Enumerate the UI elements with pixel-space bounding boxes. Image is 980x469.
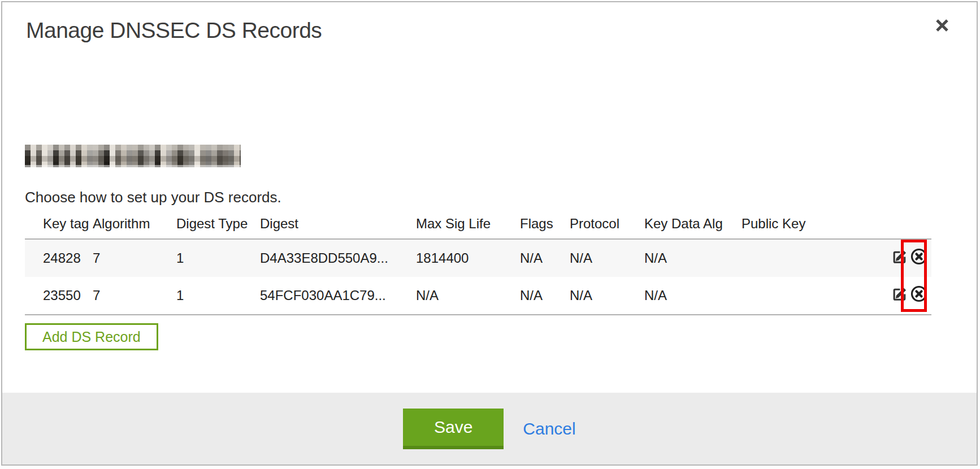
circle-x-delete-icon — [910, 247, 928, 269]
column-header-digest-type: Digest Type — [176, 214, 260, 239]
column-header-key-data-alg: Key Data Alg — [644, 214, 741, 239]
delete-record-button[interactable] — [910, 285, 928, 306]
instruction-text: Choose how to set up your DS records. — [25, 189, 281, 206]
table-row: 23550 7 1 54FCF030AA1C79... N/A N/A N/A … — [25, 277, 931, 315]
cell-key-data-alg: N/A — [644, 239, 741, 277]
table-row: 24828 7 1 D4A33E8DD550A9... 1814400 N/A … — [25, 239, 931, 277]
cell-digest: 54FCF030AA1C79... — [260, 277, 416, 315]
cell-max-sig-life: 1814400 — [416, 239, 520, 277]
circle-x-delete-icon — [910, 285, 928, 306]
column-header-key-tag: Key tag — [25, 214, 93, 239]
column-header-protocol: Protocol — [570, 214, 644, 239]
cell-digest: D4A33E8DD550A9... — [260, 239, 416, 277]
column-header-public-key: Public Key — [741, 214, 881, 239]
table-header-row: Key tag Algorithm Digest Type Digest Max… — [25, 214, 931, 239]
cell-public-key — [741, 239, 881, 277]
cell-protocol: N/A — [570, 239, 644, 277]
save-button[interactable]: Save — [403, 409, 504, 449]
cell-actions — [881, 277, 931, 315]
cell-key-tag: 23550 — [25, 277, 93, 315]
redacted-domain-name — [25, 145, 241, 167]
cell-flags: N/A — [520, 239, 570, 277]
cell-algorithm: 7 — [93, 239, 176, 277]
cell-public-key — [741, 277, 881, 315]
delete-record-button[interactable] — [910, 247, 928, 269]
edit-record-button[interactable] — [891, 285, 909, 306]
column-header-max-sig-life: Max Sig Life — [416, 214, 520, 239]
close-icon — [933, 16, 951, 37]
cell-digest-type: 1 — [176, 239, 260, 277]
cell-max-sig-life: N/A — [416, 277, 520, 315]
edit-pencil-icon — [891, 248, 909, 269]
dialog-title: Manage DNSSEC DS Records — [26, 18, 322, 43]
ds-records-table: Key tag Algorithm Digest Type Digest Max… — [25, 214, 931, 315]
cancel-link[interactable]: Cancel — [523, 419, 575, 438]
cell-algorithm: 7 — [93, 277, 176, 315]
add-ds-record-button[interactable]: Add DS Record — [25, 323, 158, 350]
column-header-digest: Digest — [260, 214, 416, 239]
cell-flags: N/A — [520, 277, 570, 315]
dialog-footer: Save Cancel — [2, 393, 977, 464]
cell-key-data-alg: N/A — [644, 277, 741, 315]
edit-pencil-icon — [891, 285, 909, 306]
edit-record-button[interactable] — [891, 248, 909, 269]
cell-actions — [881, 239, 931, 277]
manage-dnssec-ds-records-dialog: Manage DNSSEC DS Records Choose how to s… — [1, 1, 978, 466]
column-header-algorithm: Algorithm — [93, 214, 176, 239]
column-header-flags: Flags — [520, 214, 570, 239]
close-button[interactable] — [931, 16, 953, 37]
cell-protocol: N/A — [570, 277, 644, 315]
column-header-actions — [881, 214, 931, 239]
cell-key-tag: 24828 — [25, 239, 93, 277]
cell-digest-type: 1 — [176, 277, 260, 315]
